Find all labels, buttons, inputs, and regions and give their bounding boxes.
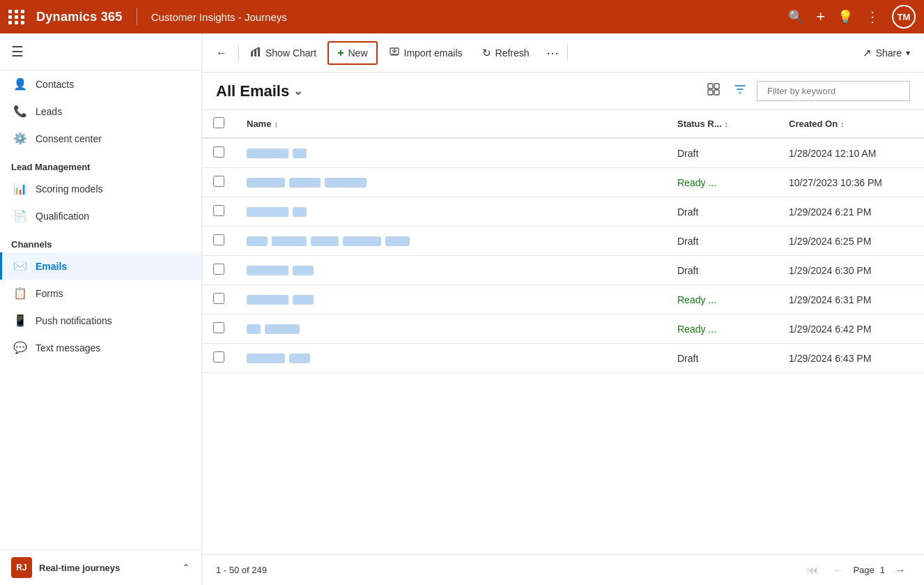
row-checkbox[interactable] bbox=[213, 351, 224, 363]
add-icon[interactable]: + bbox=[816, 8, 825, 26]
select-all-checkbox[interactable] bbox=[213, 117, 224, 128]
row-status-cell: Ready ... bbox=[666, 285, 778, 314]
table-row[interactable]: Ready ...10/27/2023 10:36 PM bbox=[202, 168, 924, 197]
filter-icon[interactable] bbox=[730, 79, 750, 102]
sidebar-item-forms[interactable]: 📋 Forms bbox=[0, 280, 201, 307]
channels-section: Channels bbox=[0, 229, 201, 252]
more-options-button[interactable]: ⋯ bbox=[541, 43, 564, 63]
column-header-check bbox=[202, 110, 236, 138]
back-button[interactable]: ← bbox=[208, 43, 236, 63]
sidebar-item-label: Leads bbox=[36, 106, 62, 117]
row-checkbox[interactable] bbox=[213, 322, 224, 333]
show-chart-button[interactable]: Show Chart bbox=[242, 42, 325, 63]
table-row[interactable]: Draft1/29/2024 6:25 PM bbox=[202, 227, 924, 256]
search-icon[interactable]: 🔍 bbox=[788, 9, 803, 24]
table-row[interactable]: Ready ...1/29/2024 6:31 PM bbox=[202, 285, 924, 314]
row-checkbox[interactable] bbox=[213, 293, 224, 304]
sidebar-item-push[interactable]: 📱 Push notifications bbox=[0, 307, 201, 334]
table-row[interactable]: Ready ...1/29/2024 6:42 PM bbox=[202, 314, 924, 344]
row-name-cell[interactable] bbox=[236, 344, 666, 373]
table-row[interactable]: Draft1/29/2024 6:30 PM bbox=[202, 256, 924, 285]
consent-icon: ⚙️ bbox=[13, 132, 27, 145]
row-created-cell: 1/29/2024 6:21 PM bbox=[778, 197, 924, 227]
sidebar-item-qualification[interactable]: 📄 Qualification bbox=[0, 202, 201, 229]
apps-grid[interactable] bbox=[8, 10, 25, 24]
sidebar-item-sms[interactable]: 💬 Text messages bbox=[0, 334, 201, 361]
name-sort-button[interactable]: Name ↕ bbox=[247, 119, 655, 129]
row-created-cell: 1/29/2024 6:43 PM bbox=[778, 344, 924, 373]
top-bar-divider bbox=[137, 8, 137, 25]
blurred-name-segment bbox=[343, 236, 381, 246]
new-label: New bbox=[348, 47, 368, 59]
share-button[interactable]: ↗ Share ▾ bbox=[854, 43, 918, 63]
created-sort-icon: ↕ bbox=[840, 120, 845, 128]
created-sort-button[interactable]: Created On ↕ bbox=[789, 119, 913, 129]
row-status-cell: Ready ... bbox=[666, 314, 778, 344]
sidebar-item-label: Forms bbox=[36, 288, 63, 299]
first-page-button[interactable]: ⏮ bbox=[803, 561, 822, 579]
column-header-created: Created On ↕ bbox=[778, 110, 924, 138]
emails-table: Name ↕ Status R... ↕ bbox=[202, 110, 924, 373]
sidebar-item-leads[interactable]: 📞 Leads bbox=[0, 98, 201, 125]
bulb-icon[interactable]: 💡 bbox=[838, 9, 853, 24]
blurred-name-segment bbox=[385, 236, 410, 246]
sidebar-bottom[interactable]: RJ Real-time journeys ⌃ bbox=[0, 549, 201, 585]
blurred-name-segment bbox=[247, 295, 288, 305]
sidebar-item-contacts[interactable]: 👤 Contacts bbox=[0, 70, 201, 98]
row-name-cell[interactable] bbox=[236, 256, 666, 285]
filter-input[interactable] bbox=[757, 81, 910, 101]
blurred-name-segment bbox=[272, 236, 307, 246]
status-sort-button[interactable]: Status R... ↕ bbox=[677, 119, 767, 129]
row-created-cell: 1/29/2024 6:30 PM bbox=[778, 256, 924, 285]
row-name-cell[interactable] bbox=[236, 314, 666, 344]
row-created-cell: 1/29/2024 6:42 PM bbox=[778, 314, 924, 344]
forms-icon: 📋 bbox=[13, 287, 27, 300]
sidebar-menu-button[interactable]: ☰ bbox=[0, 33, 201, 70]
refresh-button[interactable]: ↻ Refresh bbox=[474, 43, 538, 63]
table-container: Name ↕ Status R... ↕ bbox=[202, 110, 924, 554]
list-title-text: All Emails bbox=[216, 82, 289, 100]
row-name-cell[interactable] bbox=[236, 168, 666, 197]
row-checkbox[interactable] bbox=[213, 176, 224, 187]
sidebar-item-scoring[interactable]: 📊 Scoring models bbox=[0, 175, 201, 202]
new-button[interactable]: + New bbox=[328, 41, 377, 65]
row-checkbox[interactable] bbox=[213, 146, 224, 158]
app-subtitle: Customer Insights - Journeys bbox=[151, 11, 287, 23]
table-row[interactable]: Draft1/29/2024 6:43 PM bbox=[202, 344, 924, 373]
toolbar: ← Show Chart + New bbox=[202, 33, 924, 73]
table-row[interactable]: Draft1/29/2024 6:21 PM bbox=[202, 197, 924, 227]
row-name-cell[interactable] bbox=[236, 197, 666, 227]
row-status-cell: Ready ... bbox=[666, 168, 778, 197]
row-name-cell[interactable] bbox=[236, 138, 666, 168]
app-title: Dynamics 365 bbox=[36, 10, 123, 24]
list-title[interactable]: All Emails ⌄ bbox=[216, 82, 302, 100]
column-header-status: Status R... ↕ bbox=[666, 110, 778, 138]
prev-page-button[interactable]: ← bbox=[828, 561, 847, 579]
sidebar-item-label: Emails bbox=[36, 261, 67, 272]
row-status-cell: Draft bbox=[666, 227, 778, 256]
column-header-name: Name ↕ bbox=[236, 110, 666, 138]
row-created-cell: 10/27/2023 10:36 PM bbox=[778, 168, 924, 197]
sms-icon: 💬 bbox=[13, 341, 27, 354]
blurred-name-segment bbox=[247, 207, 288, 217]
sidebar: ☰ 👤 Contacts 📞 Leads ⚙️ Consent center L… bbox=[0, 33, 202, 585]
row-checkbox[interactable] bbox=[213, 205, 224, 216]
row-name-cell[interactable] bbox=[236, 285, 666, 314]
row-checkbox[interactable] bbox=[213, 234, 224, 245]
top-bar: Dynamics 365 Customer Insights - Journey… bbox=[0, 0, 924, 33]
table-row[interactable]: Draft1/28/2024 12:10 AM bbox=[202, 138, 924, 168]
list-area: All Emails ⌄ bbox=[202, 73, 924, 585]
row-name-cell[interactable] bbox=[236, 227, 666, 256]
row-checkbox[interactable] bbox=[213, 264, 224, 275]
blurred-name-segment bbox=[247, 149, 288, 158]
page-number: 1 bbox=[880, 565, 885, 575]
show-chart-label: Show Chart bbox=[265, 47, 316, 59]
sidebar-item-emails[interactable]: ✉️ Emails bbox=[0, 252, 201, 280]
import-emails-button[interactable]: Import emails bbox=[380, 42, 471, 63]
blurred-name-segment bbox=[325, 178, 367, 188]
more-options-icon[interactable]: ⋮ bbox=[865, 8, 879, 25]
sidebar-item-consent[interactable]: ⚙️ Consent center bbox=[0, 125, 201, 152]
next-page-button[interactable]: → bbox=[891, 561, 910, 579]
user-avatar[interactable]: TM bbox=[892, 5, 916, 29]
view-options-icon[interactable] bbox=[704, 79, 723, 102]
